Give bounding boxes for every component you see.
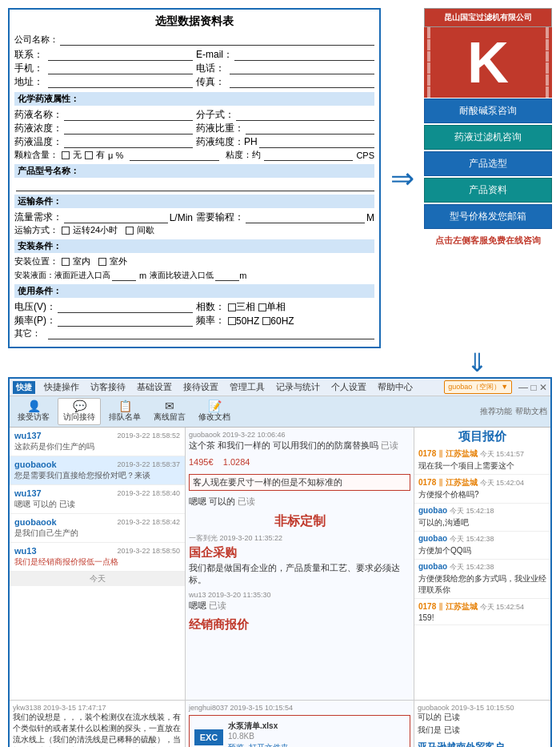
right-time-2: 今天 15:42:04: [480, 479, 525, 487]
conv-item-guobaook-2[interactable]: guobaook 2019-3-22 18:58:42 是我们自己生产的: [10, 514, 185, 543]
install-height-row: 安装液面：液面距进入口高 m 液面比较进入口低 m: [14, 270, 374, 281]
fax-col: 传真：: [196, 75, 374, 89]
conv-item-wu137[interactable]: wu137 2019-3-22 18:58:52 这款药是你们生产的吗: [10, 428, 185, 456]
bottom-right-text-2: 我们是 已读: [418, 725, 547, 736]
conv-header-guobaook-2: guobaook 2019-3-22 18:58:42: [14, 517, 180, 527]
flow-unit: L/Min: [170, 212, 193, 223]
conv-item-wu137-2[interactable]: wu137 2019-3-22 18:58:40 嗯嗯 可以的 已读: [10, 485, 185, 514]
msg-1-meta: guobaook 2019-3-22 10:06:46: [189, 431, 410, 439]
contact-input[interactable]: [48, 50, 193, 61]
nav-tab-offline[interactable]: ✉ 离线留言: [149, 399, 190, 424]
install-outdoor-checkbox[interactable]: [98, 258, 106, 266]
install-outlet-input[interactable]: [215, 270, 239, 281]
nav-tab-visit[interactable]: 💬 访问接待: [58, 398, 101, 425]
bottom-right-meta: guobaook 2019-3-15 10:15:50: [418, 704, 547, 712]
freq-row: 频率(P)： 频率： 50HZ 60HZ: [14, 314, 374, 327]
toolbar-item-jilu[interactable]: 记录与统计: [274, 380, 322, 394]
particles-value-input[interactable]: [130, 150, 219, 161]
viscosity-input[interactable]: [264, 150, 354, 161]
other-input[interactable]: [48, 328, 374, 339]
model-input-row: [14, 180, 374, 191]
mobile-input[interactable]: [48, 63, 193, 74]
sg-col: 药液比重：: [196, 122, 374, 135]
temp-input[interactable]: [64, 137, 193, 148]
phone-input[interactable]: [230, 63, 374, 74]
toolbar-item-bangzhu[interactable]: 帮助中心: [375, 380, 415, 394]
nav-tab-queue[interactable]: 📋 排队名单: [104, 399, 146, 424]
toolbar-item-guanli[interactable]: 管理工具: [227, 380, 267, 394]
receive-icon: 👤: [27, 400, 41, 412]
fax-input[interactable]: [230, 77, 374, 88]
sg-input[interactable]: [246, 123, 374, 135]
molecule-input[interactable]: [236, 110, 374, 121]
file-preview-btn[interactable]: 预览: [228, 742, 244, 747]
particles-yes-checkbox[interactable]: [85, 151, 93, 159]
nav-help[interactable]: 帮助文档: [515, 406, 547, 417]
phase-3-checkbox[interactable]: [228, 303, 236, 311]
chat-messages-panel: guobaook 2019-3-22 10:06:46 这个茶 和我们一样的 可…: [186, 428, 414, 700]
purity-input[interactable]: [259, 137, 374, 148]
sg-label: 药液比重：: [196, 122, 244, 135]
company-input[interactable]: [60, 34, 374, 46]
drugname-input[interactable]: [64, 110, 193, 121]
nav-tab-offline-label: 离线留言: [154, 412, 186, 423]
amazon-label: 亚马逊越南外贸客户: [418, 741, 504, 747]
email-input[interactable]: [234, 50, 374, 61]
brand-menu-docs[interactable]: 产品资料: [424, 178, 552, 203]
msg-2: 1495€ 1.0284: [189, 456, 410, 468]
toolbar-item-jichu[interactable]: 基础设置: [134, 380, 174, 394]
chat-nav: 👤 接受访客 💬 访问接待 📋 排队名单 ✉ 离线留言 📝 修改文档 推荐功能 …: [10, 396, 550, 428]
conv-item-guobaook[interactable]: guobaook 2019-3-22 18:58:37 您是需要我们直接给您报价…: [10, 456, 185, 485]
model-input[interactable]: [16, 180, 374, 191]
nav-tab-queue-label: 排队名单: [109, 412, 141, 423]
toolbar-item-geren[interactable]: 个人设置: [329, 380, 369, 394]
brand-menu-filter[interactable]: 药液过滤机咨询: [424, 125, 552, 150]
barcode-right-line-2: [546, 39, 549, 50]
purity-col: 药液纯度：PH: [196, 135, 374, 149]
freq-60-label: 60HZ: [270, 315, 294, 327]
chat-messages-scroll[interactable]: guobaook 2019-3-22 10:06:46 这个茶 和我们一样的 可…: [186, 428, 414, 700]
conv-item-wu13[interactable]: wu13 2019-3-22 18:58:50 我们是经销商报价报低一点格: [10, 543, 185, 572]
company-label: 公司名称：: [14, 34, 58, 46]
freq-50-checkbox[interactable]: [228, 317, 236, 325]
right-text-4: 方便加个QQ吗: [418, 545, 546, 556]
file-open-btn[interactable]: 打开文件夹: [249, 742, 289, 747]
conv-time-wu137: 2019-3-22 18:58:52: [117, 432, 180, 440]
transport-interval-checkbox[interactable]: [126, 227, 134, 235]
user-status-badge[interactable]: guobao（空闲）▼: [444, 380, 512, 394]
toolbar-item-fangke[interactable]: 访客接待: [88, 380, 128, 394]
phase-1-checkbox[interactable]: [258, 303, 266, 311]
freq-60-checkbox[interactable]: [262, 317, 270, 325]
address-input[interactable]: [48, 77, 193, 88]
transport-interval-label: 间歇: [137, 224, 154, 236]
transport-24h-checkbox[interactable]: [62, 227, 70, 235]
conc-input[interactable]: [64, 123, 193, 135]
chat-conv-list[interactable]: wu137 2019-3-22 18:58:52 这款药是你们生产的吗 guob…: [10, 428, 186, 700]
particles-no-checkbox[interactable]: [62, 151, 70, 159]
brand-menu-select[interactable]: 产品选型: [424, 151, 552, 176]
nav-tab-edit[interactable]: 📝 修改文档: [194, 399, 235, 424]
nav-recommend[interactable]: 推荐功能: [480, 406, 512, 417]
brand-company-name: 昆山国宝过滤机有限公司: [444, 13, 532, 22]
distance-input[interactable]: [246, 212, 365, 223]
brand-menu-price[interactable]: 型号价格发您邮箱: [424, 204, 552, 229]
install-height-input[interactable]: [112, 270, 136, 281]
nav-tab-receive[interactable]: 👤 接受访客: [13, 399, 54, 424]
right-time-3: 今天 15:42:18: [450, 507, 494, 515]
drugname-mol-row: 药液名称： 分子式：: [14, 108, 374, 122]
transport-24h-label: 运转24小时: [73, 224, 118, 236]
brand-k-area: K: [424, 27, 552, 98]
chat-right-panel[interactable]: 项目报价 0178 ‖ 江苏盐城 今天 15:41:57 现在我一个项目上需要这…: [414, 428, 550, 700]
chat-toolbar: 快捷 快捷操作 访客接待 基础设置 接待设置 管理工具 记录与统计 个人设置 帮…: [10, 379, 550, 396]
freq-p-input[interactable]: [58, 315, 193, 327]
msg-5-text: 我们都是做国有企业的，产品质量和工艺、要求必须达标。: [189, 562, 410, 587]
toolbar-item-jiedai[interactable]: 接待设置: [181, 380, 221, 394]
flow-input[interactable]: [64, 212, 168, 223]
brand-menu-acid[interactable]: 耐酸碱泵咨询: [424, 98, 552, 123]
conv-time-guobaook: 2019-3-22 18:58:37: [117, 460, 180, 468]
phase-col: 相数： 三相 单相: [196, 300, 374, 314]
install-indoor-checkbox[interactable]: [62, 258, 70, 266]
voltage-input[interactable]: [58, 302, 193, 313]
toolbar-item-kuaijie[interactable]: 快捷操作: [42, 380, 82, 394]
feibiao-label: 非标定制: [274, 513, 326, 530]
